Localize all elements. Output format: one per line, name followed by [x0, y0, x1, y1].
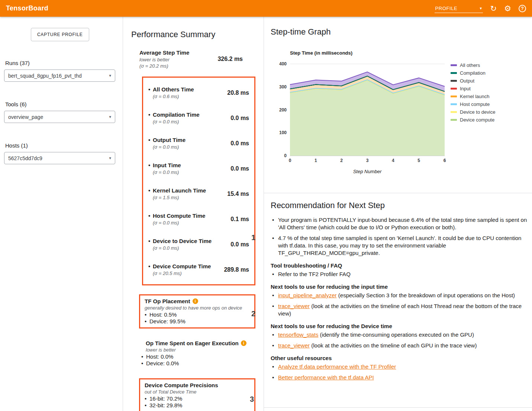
resources-heading: Other useful resources	[271, 355, 532, 361]
performance-summary-title: Performance Summary	[131, 30, 264, 39]
input-pipeline-analyzer-link[interactable]: input_pipeline_analyzer	[278, 292, 337, 298]
list-item: trace_viewer (look at the activities on …	[271, 302, 527, 317]
annotation-box-2: TF Op Placement i generally desired to h…	[139, 294, 255, 329]
annotation-number-2: 2	[251, 310, 255, 318]
svg-text:5: 5	[417, 158, 420, 163]
device-compute-precisions-title: Device Compute Precisions	[145, 382, 218, 389]
dashboard-select-value: PROFILE	[435, 6, 458, 11]
legend-item: Host compute	[451, 102, 495, 107]
list-item: Device: 99.5%	[145, 318, 250, 325]
app-title: TensorBoard	[6, 4, 48, 12]
legend-swatch	[451, 80, 457, 82]
info-icon[interactable]: i	[241, 340, 246, 346]
input-tools-heading: Next tools to use for reducing the input…	[271, 284, 532, 290]
chevron-down-icon: ▾	[109, 73, 111, 78]
legend-swatch	[451, 72, 457, 74]
metric-row: • Host Compute Time (σ = 0.0 ms) 0.1 ms	[143, 206, 254, 232]
bullet-icon: •	[148, 162, 153, 175]
legend-item: Input	[451, 86, 495, 91]
metric-row: • Device Compute Time (σ = 20.5 ms) 289.…	[143, 257, 254, 282]
metric-name: Output Time	[153, 136, 186, 144]
legend-label: Kernel launch	[460, 94, 490, 99]
device-tools-list: tensorflow_stats (identify the time-cons…	[271, 331, 532, 349]
trace-viewer-link[interactable]: trace_viewer	[278, 303, 310, 309]
annotation-box-1: • All Others Time (σ = 0.6 ms) 20.8 ms •…	[142, 77, 255, 285]
chevron-down-icon: ▾	[109, 114, 111, 119]
tools-select[interactable]: overview_page ▾	[4, 111, 115, 123]
legend-item: Kernel launch	[451, 94, 495, 99]
list-item: Host: 0.0%	[141, 353, 264, 360]
reload-icon[interactable]: ↻	[490, 4, 497, 12]
capture-profile-button[interactable]: CAPTURE PROFILE	[31, 28, 89, 41]
step-time-panel: Step-time Graph All othersCompilationOut…	[264, 17, 532, 411]
svg-text:100: 100	[279, 130, 287, 135]
bullet-icon: •	[148, 111, 153, 125]
legend-swatch	[451, 88, 457, 90]
device-compute-precisions-note: out of Total Device Time	[145, 389, 250, 395]
settings-icon[interactable]: ⚙	[504, 4, 511, 12]
device-tools-heading: Next tools to use for reducing the Devic…	[271, 323, 532, 329]
legend-label: Device compute	[460, 117, 494, 122]
help-icon[interactable]: ?	[519, 5, 526, 12]
runs-select[interactable]: bert_squad_8gpu_fp16_pvt_thd ▾	[4, 69, 115, 82]
metric-sigma: (σ = 0.0 ms)	[153, 169, 181, 175]
chart-legend: All othersCompilationOutputInputKernel l…	[451, 63, 495, 122]
tf-op-placement-title: TF Op Placement	[145, 298, 190, 305]
metric-value: 326.2 ms	[217, 56, 243, 62]
hosts-select[interactable]: 5627c5dd7dc9 ▾	[4, 152, 115, 164]
bullet-icon: •	[148, 237, 153, 251]
eager-execution-title: Op Time Spent on Eager Execution	[146, 340, 239, 347]
runs-select-value: bert_squad_8gpu_fp16_pvt_thd	[8, 73, 107, 79]
metric-sigma: (σ = 20.5 ms)	[153, 270, 211, 276]
tfdata-api-link[interactable]: Better performance with the tf.data API	[278, 374, 374, 381]
resources-list: Analyze tf.data performance with the TF …	[271, 363, 532, 381]
list-item: Better performance with the tf.data API	[271, 374, 527, 381]
metric-row: • Device to Device Time (σ = 0.0 ms) 0.0…	[143, 232, 254, 257]
metric-value: 0.0 ms	[230, 115, 249, 122]
performance-summary-panel: Performance Summary Average Step Time lo…	[123, 17, 264, 411]
svg-text:200: 200	[279, 107, 287, 113]
tf-op-placement-list: Host: 0.5% Device: 99.5%	[145, 311, 250, 325]
legend-swatch	[451, 103, 457, 105]
svg-text:1: 1	[315, 158, 317, 163]
annotation-box-3: Device Compute Precisions out of Total D…	[139, 378, 255, 411]
recommendation-section: Recommendation for Next Step Your progra…	[271, 201, 532, 381]
metric-name: Device Compute Time	[153, 263, 211, 270]
svg-text:6: 6	[444, 158, 446, 163]
runs-label: Runs (37)	[5, 60, 123, 66]
recommendation-title: Recommendation for Next Step	[271, 201, 532, 210]
chevron-down-icon: ▾	[109, 156, 111, 161]
legend-item: Compilation	[451, 71, 495, 75]
metric-sigma: (σ = 0.0 ms)	[153, 220, 205, 226]
device-compute-precisions-list: 16-bit: 70.2% 32-bit: 29.8%	[145, 395, 250, 409]
trace-viewer-link[interactable]: trace_viewer	[278, 342, 310, 349]
metric-row: • Output Time (σ = 0.0 ms) 0.0 ms	[143, 130, 254, 156]
bullet-icon: •	[148, 86, 153, 100]
list-item: input_pipeline_analyzer (especially Sect…	[271, 292, 527, 299]
metric-name: Average Step Time	[139, 49, 189, 56]
metric-name: Host Compute Time	[153, 212, 205, 220]
tf-op-placement-note: generally desired to have more ops on de…	[145, 305, 250, 311]
tensorflow-stats-link[interactable]: tensorflow_stats	[278, 331, 318, 338]
dashboard-select[interactable]: PROFILE ▾	[435, 4, 483, 13]
svg-text:400: 400	[279, 61, 287, 67]
metric-value: 289.8 ms	[224, 266, 249, 273]
eager-execution-note: lower is better	[146, 347, 264, 353]
header-actions: PROFILE ▾ ↻ ⚙ ?	[435, 4, 526, 13]
tfdata-performance-link[interactable]: Analyze tf.data performance with the TF …	[278, 363, 396, 370]
metric-note: lower is better	[139, 56, 189, 63]
annotation-number-1: 1	[251, 233, 255, 242]
metric-value: 0.0 ms	[230, 140, 249, 147]
legend-label: All others	[460, 63, 480, 68]
section-divider	[264, 407, 532, 408]
metric-sigma: (σ = 0.6 ms)	[153, 93, 194, 100]
legend-swatch	[451, 64, 457, 66]
list-item-text: (especially Section 3 for the breakdown …	[337, 292, 515, 298]
faq-list: Refer to the TF2 Profiler FAQ	[271, 271, 532, 278]
list-item: Device: 0.0%	[141, 360, 264, 367]
metric-sigma: (σ = 0.0 ms)	[153, 119, 200, 125]
info-icon[interactable]: i	[193, 298, 198, 304]
list-item: tensorflow_stats (identify the time-cons…	[271, 331, 527, 339]
sidebar: CAPTURE PROFILE Runs (37) bert_squad_8gp…	[0, 17, 123, 411]
hosts-select-value: 5627c5dd7dc9	[8, 155, 107, 161]
